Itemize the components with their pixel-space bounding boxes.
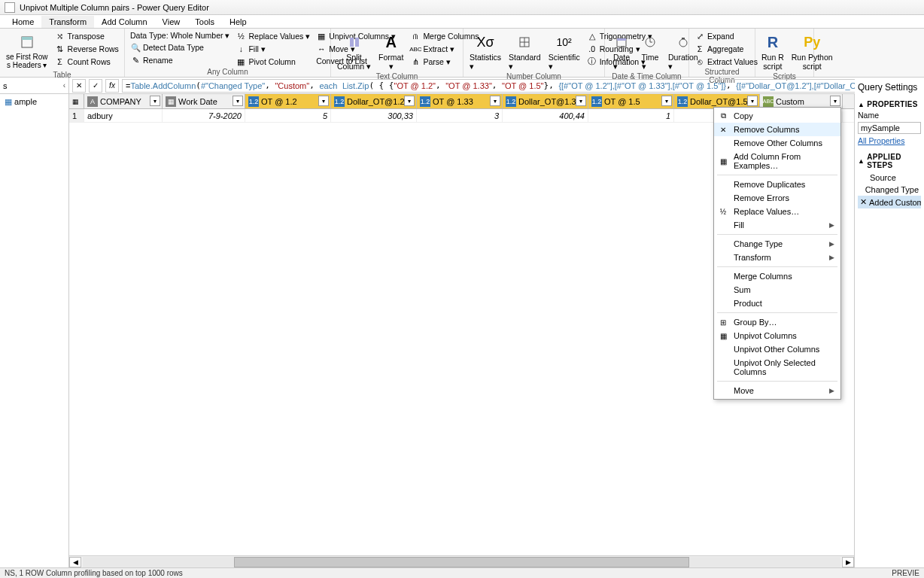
accept-formula-button[interactable]: ✓ (89, 79, 102, 93)
ctx-replace-values[interactable]: ½Replace Values… (714, 205, 840, 218)
first-row-headers-button[interactable]: se First Row s Headers ▾ (3, 30, 51, 71)
applied-steps-header: APPLIED STEPS (867, 153, 921, 169)
all-properties-link[interactable]: All Properties (858, 136, 921, 145)
filter-dropdown-icon[interactable]: ▾ (233, 96, 243, 106)
ctx-product[interactable]: Product (714, 297, 840, 310)
ctx-copy[interactable]: ⧉Copy (714, 109, 840, 123)
menu-view[interactable]: View (155, 16, 188, 28)
ctx-unpivot-other-columns[interactable]: Unpivot Other Columns (714, 342, 840, 356)
ctx-transform[interactable]: Transform▶ (714, 251, 840, 264)
ctx-group-by[interactable]: ⊞Group By… (714, 315, 840, 329)
scroll-right-button[interactable]: ▶ (842, 557, 854, 567)
run-python-button[interactable]: PyRun Python script (789, 30, 836, 72)
count-rows-button[interactable]: ΣCount Rows (53, 56, 121, 68)
svg-point-12 (679, 39, 687, 47)
col-dollar133[interactable]: 1.2Dollar_OT@1.33▾ (503, 94, 588, 108)
row-header-corner[interactable]: ▦ (69, 94, 84, 108)
date-button[interactable]: Date ▾ (608, 30, 635, 72)
scroll-track[interactable] (83, 557, 840, 567)
ctx-unpivot-columns[interactable]: ▦Unpivot Columns (714, 329, 840, 342)
pivot-button[interactable]: ▦Pivot Column (233, 56, 312, 68)
cell[interactable]: 7-9-2020 (163, 109, 245, 122)
cancel-formula-button[interactable]: ✕ (72, 79, 86, 93)
filter-dropdown-icon[interactable]: ▾ (404, 96, 415, 106)
cell[interactable]: 300,33 (331, 109, 417, 122)
collapse-icon[interactable]: ▲ (858, 157, 865, 165)
scientific-button[interactable]: 10²Scientific ▾ (546, 30, 583, 72)
step-source[interactable]: Source (858, 172, 921, 184)
query-name-input[interactable] (858, 122, 921, 134)
ctx-remove-other-columns[interactable]: Remove Other Columns (714, 136, 840, 150)
filter-dropdown-icon[interactable]: ▾ (490, 96, 500, 106)
col-workdate[interactable]: ▦Work Date▾ (163, 94, 245, 108)
collapse-queries-button[interactable]: ‹ (63, 81, 65, 90)
filter-dropdown-icon[interactable]: ▾ (150, 96, 160, 106)
ctx-fill[interactable]: Fill▶ (714, 218, 840, 232)
cell[interactable]: 400,44 (503, 109, 588, 122)
cell[interactable]: adbury (84, 109, 163, 122)
ctx-remove-duplicates[interactable]: Remove Duplicates (714, 178, 840, 191)
aggregate-button[interactable]: ΣAggregate (692, 43, 760, 55)
standard-button[interactable]: Standard ▾ (506, 30, 544, 72)
text-type-icon: A (87, 96, 98, 107)
ctx-unpivot-only-selected-columns[interactable]: Unpivot Only Selected Columns (714, 356, 840, 379)
ctx-merge-columns[interactable]: Merge Columns (714, 269, 840, 283)
ribbon: se First Row s Headers ▾ ⤭Transpose ⇅Rev… (0, 29, 924, 78)
cell[interactable]: 1 (588, 109, 674, 122)
format-button[interactable]: AFormat ▾ (375, 30, 406, 72)
fx-button[interactable]: fx (105, 79, 119, 93)
titlebar: Unpivot Multiple Column pairs - Power Qu… (0, 0, 924, 15)
delete-step-icon[interactable]: ✕ (860, 197, 867, 207)
replace-values-button[interactable]: ½Replace Values ▾ (233, 30, 312, 42)
query-settings-title: Query Settings (858, 81, 921, 97)
number-type-icon: 1.2 (248, 96, 259, 107)
menu-add-column[interactable]: Add Column (94, 16, 155, 28)
cell[interactable]: 5 (245, 109, 331, 122)
extract-values-button[interactable]: ⎋Extract Values (692, 56, 760, 68)
submenu-arrow-icon: ▶ (829, 221, 834, 229)
col-dollar12[interactable]: 1.2Dollar_OT@1.2▾ (331, 94, 417, 108)
step-added-custom[interactable]: ✕Added Custom (858, 196, 921, 208)
filter-dropdown-icon[interactable]: ▾ (576, 96, 586, 106)
col-ot12[interactable]: 1.2OT @ 1.2▾ (245, 94, 331, 108)
ctx-add-column-from-examples[interactable]: ▦Add Column From Examples… (714, 150, 840, 172)
fill-button[interactable]: ↓Fill ▾ (233, 43, 312, 55)
menu-tools[interactable]: Tools (187, 16, 222, 28)
ctx-sum[interactable]: Sum (714, 283, 840, 297)
filter-dropdown-icon[interactable]: ▾ (747, 96, 758, 106)
menu-transform[interactable]: Transform (41, 16, 94, 28)
ctx-remove-columns[interactable]: ✕Remove Columns (714, 123, 840, 136)
expand-button[interactable]: ⤢Expand (692, 30, 760, 42)
menu-separator (717, 234, 837, 235)
cell[interactable]: 3 (417, 109, 503, 122)
transpose-button[interactable]: ⤭Transpose (53, 30, 121, 42)
menu-separator (717, 312, 837, 313)
data-type-button[interactable]: Data Type: Whole Number ▾ (128, 30, 232, 41)
collapse-icon[interactable]: ▲ (858, 101, 865, 108)
split-column-button[interactable]: Split Column ▾ (334, 30, 374, 72)
scroll-thumb[interactable] (234, 557, 688, 567)
ctx-change-type[interactable]: Change Type▶ (714, 237, 840, 251)
run-r-button[interactable]: RRun R script (758, 30, 787, 72)
step-changed-type[interactable]: Changed Type (858, 184, 921, 196)
filter-dropdown-icon[interactable]: ▾ (661, 96, 672, 106)
menubar: Home Transform Add Column View Tools Hel… (0, 15, 924, 29)
formula-bar[interactable]: = Table.AddColumn(#"Changed Type", "Cust… (122, 79, 904, 93)
detect-type-button[interactable]: 🔍Detect Data Type (128, 41, 232, 53)
rename-button[interactable]: ✎Rename (128, 54, 232, 66)
ctx-move[interactable]: Move▶ (714, 384, 840, 397)
col-company[interactable]: ACOMPANY▾ (84, 94, 163, 108)
filter-dropdown-icon[interactable]: ▾ (830, 96, 840, 106)
menu-item-label: Unpivot Only Selected Columns (734, 358, 834, 376)
reverse-rows-button[interactable]: ⇅Reverse Rows (53, 43, 121, 55)
menu-help[interactable]: Help (222, 16, 254, 28)
time-button[interactable]: Time ▾ (637, 30, 664, 72)
statistics-button[interactable]: XσStatistics ▾ (467, 30, 504, 72)
menu-home[interactable]: Home (5, 16, 41, 28)
col-ot133[interactable]: 1.2OT @ 1.33▾ (417, 94, 503, 108)
filter-dropdown-icon[interactable]: ▾ (318, 96, 329, 106)
ctx-remove-errors[interactable]: Remove Errors (714, 191, 840, 205)
col-ot15[interactable]: 1.2OT @ 1.5▾ (588, 94, 674, 108)
query-item[interactable]: ▦ ample (0, 94, 68, 110)
scroll-left-button[interactable]: ◀ (69, 557, 81, 567)
